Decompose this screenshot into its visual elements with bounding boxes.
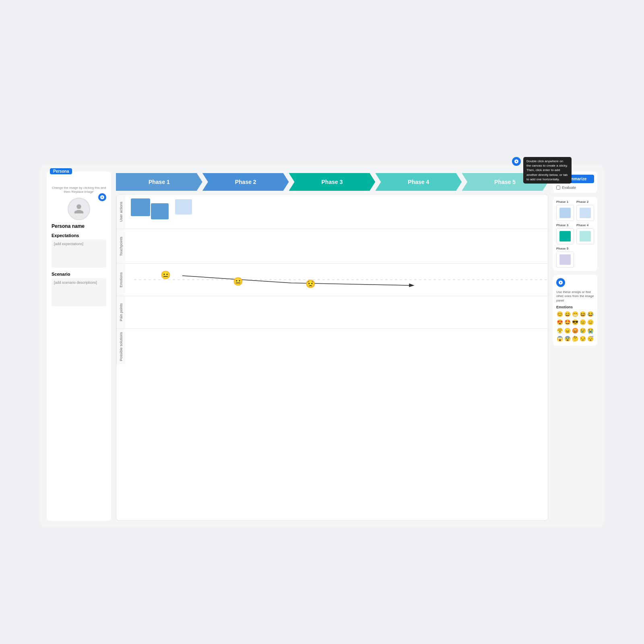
scenario-field[interactable]: [add scenario descriptions] [52, 278, 106, 306]
scenario-title: Scenario [52, 272, 106, 277]
persona-icon-btn[interactable] [98, 193, 106, 201]
pain-points-content[interactable] [125, 296, 548, 328]
emoji-5[interactable]: 😂 [587, 311, 594, 318]
emotion-emoji-2: 😐 [233, 277, 243, 286]
thumb-4-label: Phase 4 [576, 223, 594, 227]
persona-change-hint: Change the image by clicking this and th… [52, 186, 106, 194]
thumb-1-label: Phase 1 [556, 200, 574, 204]
emoji-15[interactable]: 😭 [587, 327, 594, 334]
expectations-field[interactable]: [add expectations] [52, 239, 106, 268]
phase-3-label: Phase 3 [322, 179, 343, 185]
emotions-content[interactable]: 😐 😐 😟 [125, 264, 548, 296]
emoji-9[interactable]: 😐 [580, 319, 586, 326]
persona-icon-wrap: Change the image by clicking this and th… [52, 186, 106, 220]
thumb-3-sticky [559, 231, 571, 242]
thumb-5-box [556, 252, 574, 268]
touchpoints-content[interactable] [125, 229, 548, 263]
possible-solutions-content[interactable] [125, 329, 548, 364]
canvas-hint-icon [512, 157, 521, 166]
user-actions-content[interactable] [125, 194, 548, 229]
pain-points-label: Pain points [116, 296, 125, 328]
emoji-2[interactable]: 😄 [564, 311, 571, 318]
emoji-14[interactable]: 😢 [580, 327, 586, 334]
thumb-4-sticky [580, 231, 591, 242]
phase-2-arrow[interactable]: Phase 2 [202, 173, 289, 191]
evaluate-label: Evaluate [562, 186, 576, 190]
thumb-phase-5[interactable]: Phase 5 [556, 247, 574, 268]
canvas-hint-bubble: Double click anywhere on the canvas to c… [523, 157, 572, 184]
workspace: Persona Change the image by clicking thi… [40, 165, 604, 527]
thumb-4-box [576, 228, 594, 244]
canvas-area: Phase 1 Phase 2 Phase 3 Phase 4 Phase 5 … [116, 171, 548, 521]
right-sidebar: Summarize Evaluate Phase 1 Phase 2 [553, 171, 597, 521]
thumb-phase-3[interactable]: Phase 3 [556, 223, 574, 244]
emotions-row: Emotions 😐 � [116, 264, 548, 296]
persona-badge: Persona [50, 168, 72, 174]
sticky-note-2[interactable] [151, 203, 169, 219]
emoji-1[interactable]: 😊 [556, 311, 563, 318]
thumb-3-box [556, 228, 574, 244]
evaluate-row: Evaluate [556, 186, 594, 190]
thumb-phase-2[interactable]: Phase 2 [576, 200, 594, 221]
thumb-1-sticky [559, 208, 571, 218]
emoji-12[interactable]: 😠 [564, 327, 571, 334]
thumb-2-label: Phase 2 [576, 200, 594, 204]
emoji-13[interactable]: 😡 [572, 327, 578, 334]
emoji-18[interactable]: 🤔 [572, 335, 578, 343]
emoji-11[interactable]: 😤 [556, 327, 563, 334]
emoji-8[interactable]: 😎 [572, 319, 578, 326]
journey-table: User actions Touchpoints Emotions [116, 194, 548, 521]
thumb-1-box [556, 205, 574, 221]
phase-1-arrow[interactable]: Phase 1 [116, 173, 202, 191]
phase-3-arrow[interactable]: Phase 3 [289, 173, 376, 191]
phase-header: Phase 1 Phase 2 Phase 3 Phase 4 Phase 5 [116, 171, 548, 192]
touchpoints-label: Touchpoints [116, 229, 125, 263]
thumb-5-label: Phase 5 [556, 247, 574, 250]
pain-points-row: Pain points [116, 296, 548, 329]
phase-1-label: Phase 1 [149, 179, 170, 185]
phase-thumbnails: Phase 1 Phase 2 Phase 3 Phase 4 [553, 197, 597, 271]
thumb-2-sticky [580, 208, 591, 218]
persona-panel: Persona Change the image by clicking thi… [47, 171, 111, 521]
emoji-6[interactable]: 😍 [556, 319, 563, 326]
user-actions-row: User actions [116, 194, 548, 229]
emoji-20[interactable]: 😴 [587, 335, 594, 343]
emoji-3[interactable]: 😁 [572, 311, 578, 318]
emoji-grid: 😊 😄 😁 😆 😂 😍 🤩 😎 😐 😑 😤 😠 😡 😢 😭 😱 😨 🤔 😒 [556, 311, 594, 343]
emoji-hint-text: Use these emojis or find other ones from… [556, 290, 594, 303]
expectations-title: Expectations [52, 233, 106, 238]
emoji-panel-title: Emotions [556, 305, 594, 309]
user-actions-label: User actions [116, 194, 125, 229]
emoji-16[interactable]: 😱 [556, 335, 563, 343]
possible-solutions-label: Possible solutions [116, 329, 125, 364]
emoji-hint-icon [556, 278, 565, 287]
thumb-3-label: Phase 3 [556, 223, 574, 227]
emoji-card: Use these emojis or find other ones from… [553, 275, 597, 346]
thumb-5-sticky [559, 254, 571, 265]
emoji-7[interactable]: 🤩 [564, 319, 571, 326]
persona-name[interactable]: Persona name [52, 223, 106, 229]
phase-2-label: Phase 2 [235, 179, 256, 185]
phase-4-label: Phase 4 [408, 179, 429, 185]
sticky-note-1[interactable] [131, 198, 150, 216]
thumb-phase-4[interactable]: Phase 4 [576, 223, 594, 244]
emotions-label: Emotions [116, 264, 125, 296]
canvas-hint-outer: Double click anywhere on the canvas to c… [512, 157, 572, 184]
evaluate-checkbox[interactable] [556, 186, 560, 190]
thumb-2-box [576, 205, 594, 221]
emoji-19[interactable]: 😒 [580, 335, 586, 343]
sticky-note-3[interactable] [175, 199, 192, 215]
touchpoints-row: Touchpoints [116, 229, 548, 264]
thumb-phase-1[interactable]: Phase 1 [556, 200, 574, 221]
emoji-17[interactable]: 😨 [564, 335, 571, 343]
phase-4-arrow[interactable]: Phase 4 [375, 173, 462, 191]
possible-solutions-row: Possible solutions [116, 329, 548, 364]
emotion-emoji-3: 😟 [305, 279, 316, 289]
emotion-emoji-1: 😐 [161, 270, 171, 280]
avatar[interactable] [68, 198, 90, 220]
emoji-4[interactable]: 😆 [580, 311, 586, 318]
emoji-10[interactable]: 😑 [587, 319, 594, 326]
